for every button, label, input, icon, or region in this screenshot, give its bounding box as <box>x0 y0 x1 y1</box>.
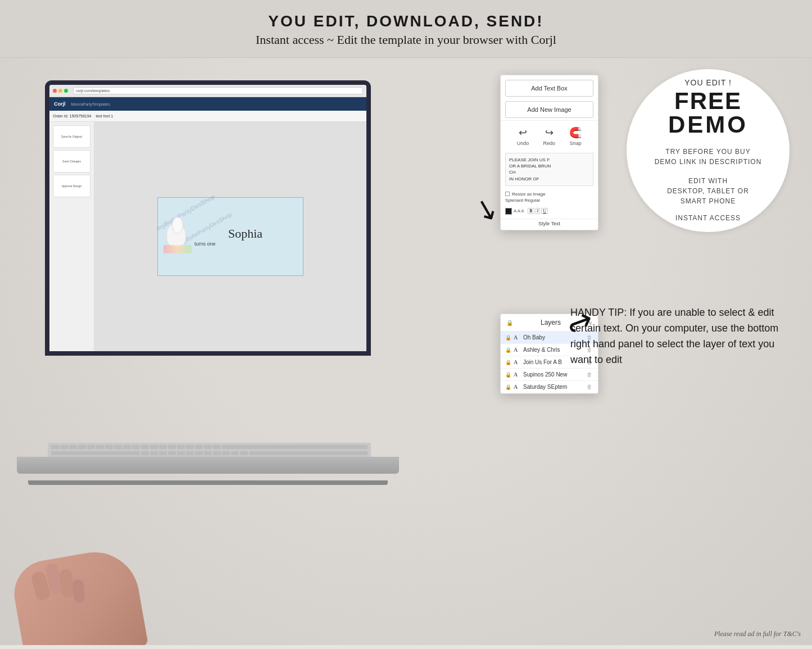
try-before-text: TRY BEFORE YOU BUY <box>665 148 750 156</box>
browser-address-bar[interactable]: corjl.com/templates <box>73 87 363 94</box>
corjl-nav: MoocaPartyTemplates <box>71 102 110 106</box>
laptop-area: corjl.com/templates Corjl MoocaPartyTemp… <box>0 58 405 645</box>
design-text: Sophia turns one <box>194 226 262 247</box>
panel-text-preview: PLEASE JOIN US F OR A BRIDAL BRUN CH IN … <box>505 153 593 186</box>
demo-instant-label: INSTANT ACCESS <box>675 213 741 223</box>
swan-illustration <box>164 217 194 256</box>
browser-maximize-dot <box>64 89 68 93</box>
add-text-box-button[interactable]: Add Text Box <box>505 80 593 97</box>
layer-type-4: A <box>514 384 520 390</box>
color-swatch[interactable] <box>505 208 512 215</box>
corjl-logo: Corjl <box>54 101 66 107</box>
panel-style-row: Style Text <box>501 219 598 230</box>
layer-lock-icon-3: 🔒 <box>505 372 511 378</box>
footer-text: Please read ad in full for T&C's <box>714 630 801 638</box>
preview-line-4: IN HONOR OF <box>509 176 589 182</box>
toolbar-font: text font 1 <box>96 114 114 118</box>
handy-tip-text: HANDY TIP: If you are unable to select &… <box>570 305 790 368</box>
browser-minimize-dot <box>58 89 62 93</box>
preview-line-3: CH <box>509 169 589 175</box>
layer-item[interactable]: 🔒 A Saturday SEptem 🗑 <box>501 381 598 393</box>
sidebar-original[interactable]: Save As Original <box>53 125 90 148</box>
layer-lock-icon-2: 🔒 <box>505 360 511 365</box>
font-size-display: A A 8 <box>514 208 524 214</box>
corjl-left-sidebar: Save As Original Save Changes Approve De… <box>49 122 94 351</box>
italic-button[interactable]: I <box>536 208 541 214</box>
layer-type-3: A <box>514 371 520 378</box>
layer-lock-icon-0: 🔒 <box>505 335 511 341</box>
redo-tool[interactable]: ↪ Redo <box>543 126 555 146</box>
undo-label: Undo <box>517 140 529 146</box>
main-area: corjl.com/templates Corjl MoocaPartyTemp… <box>0 58 812 645</box>
layer-delete-icon-4[interactable]: 🗑 <box>587 384 593 390</box>
snap-icon: 🧲 <box>569 126 582 139</box>
design-script-text: Sophia <box>228 226 262 241</box>
keyboard-keys <box>48 443 371 450</box>
corjl-editor-area: Save As Original Save Changes Approve De… <box>49 122 366 351</box>
sidebar-approve[interactable]: Approve Design <box>53 175 90 197</box>
bold-button[interactable]: B <box>528 208 534 214</box>
layer-item[interactable]: 🔒 A Supinos 250 New 🗑 <box>501 369 598 381</box>
browser-close-dot <box>53 89 57 93</box>
corjl-app-header: Corjl MoocaPartyTemplates <box>49 97 366 111</box>
layer-type-0: A <box>514 334 520 341</box>
snap-label: Snap <box>570 140 582 146</box>
demo-demo-label: DEMO <box>668 113 748 137</box>
toolbar-order-id: Order Id: 1509758194 <box>53 114 92 118</box>
layers-title: Layers <box>541 319 561 326</box>
layer-delete-icon-3[interactable]: 🗑 <box>587 371 593 378</box>
laptop-base <box>17 457 399 474</box>
resize-image-label: Resize as Image <box>512 192 546 197</box>
handy-tip-section: HANDY TIP: If you are unable to select &… <box>570 305 790 368</box>
layers-lock-icon: 🔒 <box>506 320 513 326</box>
browser-chrome: corjl.com/templates <box>49 85 366 97</box>
layer-lock-icon-4: 🔒 <box>505 384 511 390</box>
corjl-design: myBobePartyDesShop myBobePartyDesShop <box>157 197 303 276</box>
header-subtitle: Instant access ~ Edit the template in yo… <box>0 33 812 47</box>
panel-options: Resize as Image Splenard Regular <box>501 188 598 206</box>
demo-link-text: DEMO LINK IN DESCRIPTION <box>655 158 762 166</box>
floating-panel: Add Text Box Add New Image ↩ Undo ↪ Redo… <box>500 75 598 230</box>
redo-label: Redo <box>543 140 555 146</box>
layer-type-1: A <box>514 347 520 353</box>
demo-try-label: TRY BEFORE YOU BUY DEMO LINK IN DESCRIPT… <box>655 147 762 167</box>
laptop-base-bottom <box>28 480 388 485</box>
corjl-toolbar: Order Id: 1509758194 text font 1 <box>49 111 366 122</box>
arrow-1-icon: ↙ <box>471 190 502 228</box>
sidebar-changes[interactable]: Save Changes <box>53 150 90 173</box>
undo-tool[interactable]: ↩ Undo <box>517 126 529 146</box>
hand-area <box>11 533 180 645</box>
header-title: YOU EDIT, DOWNLOAD, SEND! <box>0 12 812 30</box>
layer-name-4: Saturday SEptem <box>523 384 584 390</box>
demo-circle: YOU EDIT ! FREE DEMO TRY BEFORE YOU BUY … <box>627 69 790 232</box>
standard-regular-label: Splenard Regular <box>505 198 540 203</box>
layer-name-3: Supinos 250 New <box>523 371 584 378</box>
redo-icon: ↪ <box>545 126 554 139</box>
layer-lock-icon-1: 🔒 <box>505 347 511 353</box>
resize-image-check[interactable] <box>505 192 510 196</box>
devices-text: DESKTOP, TABLET OR <box>667 187 749 195</box>
finger-4 <box>72 579 85 603</box>
undo-icon: ↩ <box>519 126 527 139</box>
layer-type-2: A <box>514 359 520 365</box>
laptop-screen-frame: corjl.com/templates Corjl MoocaPartyTemp… <box>45 80 371 356</box>
header-banner: YOU EDIT, DOWNLOAD, SEND! Instant access… <box>0 0 812 58</box>
panel-color-row: A A 8 B I U <box>501 208 598 217</box>
snap-tool[interactable]: 🧲 Snap <box>569 126 582 146</box>
add-new-image-button[interactable]: Add New Image <box>505 101 593 118</box>
footer: Please read ad in full for T&C's <box>714 630 801 638</box>
style-text-label: Style Text <box>538 221 560 226</box>
resize-image-row: Resize as Image <box>505 192 593 197</box>
design-sub-text: turns one <box>194 241 262 247</box>
demo-free-label: FREE <box>674 89 742 113</box>
standard-regular-row: Splenard Regular <box>505 198 593 203</box>
preview-line-2: OR A BRIDAL BRUN <box>509 163 589 169</box>
demo-edit-with-block: EDIT WITH DESKTOP, TABLET OR SMART PHONE <box>667 176 749 206</box>
laptop-container: corjl.com/templates Corjl MoocaPartyTemp… <box>17 80 399 502</box>
corjl-canvas[interactable]: myBobePartyDesShop myBobePartyDesShop <box>94 122 366 351</box>
underline-button[interactable]: U <box>541 208 548 214</box>
panel-tools: ↩ Undo ↪ Redo 🧲 Snap <box>501 120 598 151</box>
preview-line-1: PLEASE JOIN US F <box>509 157 589 163</box>
smartphone-text: SMART PHONE <box>681 197 736 205</box>
demo-you-edit-label: YOU EDIT ! <box>684 78 732 87</box>
